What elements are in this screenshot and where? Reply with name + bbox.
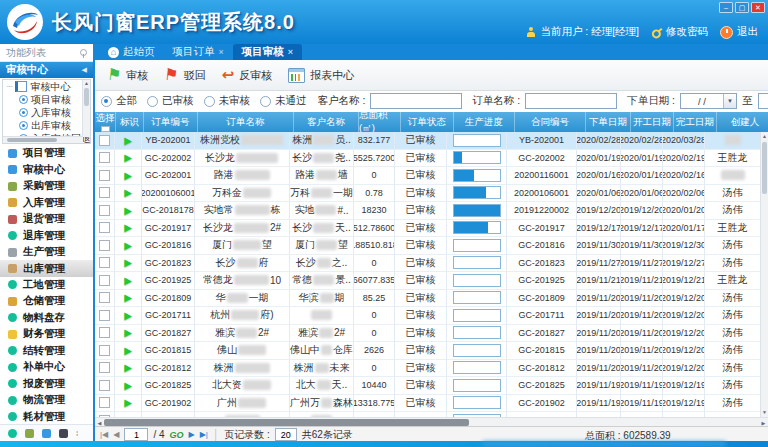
radio-未审核[interactable] (204, 96, 215, 107)
tree-item-项目审核[interactable]: 项目审核 (3, 93, 90, 106)
sidebar-item-物流管理[interactable]: 物流管理 (0, 392, 93, 408)
column-header-开工日期[interactable]: 开工日期 (631, 112, 674, 132)
sidebar-item-结转管理[interactable]: 结转管理 (0, 343, 93, 359)
minimize-button[interactable]: ‒ (719, 2, 733, 13)
scroll-thumb[interactable] (762, 142, 767, 194)
column-header-合同编号[interactable]: 合同编号 (515, 112, 586, 132)
next-page-button[interactable]: ▶ (189, 430, 195, 439)
table-row[interactable]: ▶GC-201816厦门望厦门望188510.818已审核GC-20181620… (95, 237, 768, 255)
tree-expander-icon[interactable]: ┄ (7, 82, 12, 92)
table-row[interactable]: ▶GC-201825北大资北大天..10440已审核GC-2018252019/… (95, 377, 768, 395)
order-date-from-picker[interactable]: / / ▼ (680, 93, 737, 109)
scroll-left-icon[interactable]: ◀ (95, 420, 104, 426)
column-header-完工日期[interactable]: 完工日期 (674, 112, 717, 132)
sidebar-item-采购管理[interactable]: 采购管理 (0, 178, 93, 194)
table-row[interactable]: ▶GC-202001路港路港墙0已审核202001160012020/01/16… (95, 167, 768, 185)
column-header-创建人[interactable]: 创建人 (717, 112, 768, 132)
logout-button[interactable]: 退出 (720, 25, 758, 39)
row-checkbox[interactable] (99, 397, 110, 408)
row-checkbox[interactable] (99, 380, 110, 391)
table-row[interactable]: ▶YB-202001株洲党校株洲员..832.177已审核YB-20200120… (95, 132, 768, 150)
page-size-input[interactable] (275, 428, 297, 441)
row-checkbox[interactable] (99, 310, 110, 321)
order-name-input[interactable] (525, 93, 617, 109)
sidebar-item-耗材管理[interactable]: 耗材管理 (0, 409, 93, 425)
change-password-button[interactable]: 修改密码 (651, 25, 708, 39)
row-checkbox[interactable] (99, 135, 110, 146)
collapse-icon[interactable]: ◀ (82, 66, 87, 74)
tree-root[interactable]: ┄ 审核中心 (3, 80, 90, 93)
row-checkbox[interactable] (99, 205, 110, 216)
prev-page-button[interactable]: ◀ (113, 430, 119, 439)
radio-未通过[interactable] (260, 96, 271, 107)
row-checkbox[interactable] (99, 222, 110, 233)
table-row[interactable]: ▶GC-201823长沙府长沙之..0已审核GC-2018232019/11/2… (95, 255, 768, 273)
column-header-订单状态[interactable]: 订单状态 (401, 112, 454, 132)
row-checkbox[interactable] (99, 257, 110, 268)
sidebar-item-退库管理[interactable]: 退库管理 (0, 227, 93, 243)
row-checkbox[interactable] (99, 170, 110, 181)
row-checkbox[interactable] (99, 327, 110, 338)
column-header-下单日期[interactable]: 下单日期 (586, 112, 631, 132)
close-tab-icon[interactable]: × (219, 47, 224, 57)
pin-icon[interactable] (79, 49, 87, 57)
sidebar-item-工地管理[interactable]: 工地管理 (0, 277, 93, 293)
column-header-客户名称[interactable]: 客户名称 (294, 112, 359, 132)
chevron-down-icon[interactable]: ▼ (723, 94, 736, 108)
close-button[interactable]: ✕ (751, 2, 765, 13)
radio-已审核[interactable] (147, 96, 158, 107)
scroll-thumb[interactable] (84, 88, 89, 106)
row-checkbox[interactable] (99, 345, 110, 356)
tree-item-入库审核[interactable]: 入库审核 (3, 106, 90, 119)
table-row[interactable]: ▶GC-201827雅滨2#雅滨2#0已审核GC-2018272019/11/2… (95, 325, 768, 343)
驳回-button[interactable]: ⚑驳回 (164, 67, 205, 83)
sidebar-item-物料盘存[interactable]: 物料盘存 (0, 310, 93, 326)
scroll-up-icon[interactable]: ▲ (761, 132, 768, 141)
table-row[interactable]: ▶20200106001万科金万科一期0.78已审核20200106001202… (95, 185, 768, 203)
select-all-checkbox[interactable] (101, 126, 110, 132)
sidebar-item-入库管理[interactable]: 入库管理 (0, 194, 93, 210)
column-header-订单名称[interactable]: 订单名称 (198, 112, 294, 132)
sidebar-item-出库管理[interactable]: 出库管理 (0, 260, 93, 276)
sidebar-item-补单中心[interactable]: 补单中心 (0, 359, 93, 375)
book-dark-icon[interactable] (59, 429, 68, 438)
sidebar-item-项目管理[interactable]: 项目管理 (0, 145, 93, 161)
column-header-生产进度[interactable]: 生产进度 (454, 112, 515, 132)
sidebar-item-退货管理[interactable]: 退货管理 (0, 211, 93, 227)
table-row[interactable]: ▶GC-201925常德龙10常德景..266077.835..已审核GC-20… (95, 272, 768, 290)
table-vertical-scrollbar[interactable]: ▲ ▼ (760, 132, 768, 417)
row-checkbox[interactable] (99, 275, 110, 286)
table-row[interactable]: ▶GC-202002长沙龙长沙尧..65525.7200..已审核GC-2020… (95, 150, 768, 168)
scroll-thumb[interactable] (7, 138, 57, 142)
table-row[interactable]: ▶GC-201812株洲株洲未来0已审核GC-2018122019/11/202… (95, 360, 768, 378)
last-page-button[interactable]: ▶| (200, 430, 208, 439)
maximize-button[interactable]: ▢ (735, 2, 749, 13)
scroll-down-icon[interactable]: ▼ (761, 408, 768, 417)
sidebar-item-财务管理[interactable]: 财务管理 (0, 326, 93, 342)
row-checkbox[interactable] (99, 362, 110, 373)
tree-horizontal-scrollbar[interactable] (3, 136, 83, 143)
column-header-选择[interactable]: 选择 (95, 112, 116, 132)
tree-vertical-scrollbar[interactable]: ▲ (82, 80, 90, 137)
tab-项目审核[interactable]: 项目审核× (233, 44, 302, 60)
row-checkbox[interactable] (99, 187, 110, 198)
scroll-up-icon[interactable]: ▲ (83, 80, 90, 87)
scroll-thumb[interactable] (104, 419, 469, 426)
column-header-订单编号[interactable]: 订单编号 (144, 112, 198, 132)
column-header-标识[interactable]: 标识 (116, 112, 144, 132)
radio-全部[interactable] (101, 96, 112, 107)
customer-name-input[interactable] (370, 93, 462, 109)
dot-green-icon[interactable] (8, 429, 17, 438)
tree-item-出库审核[interactable]: 出库审核 (3, 119, 90, 132)
column-header-总面积(㎡)[interactable]: 总面积(㎡) (359, 112, 401, 132)
order-date-to-picker[interactable]: / / ▼ (758, 93, 768, 109)
table-row[interactable]: ▶GC-201815佛山佛山中仓库2626已审核GC-2018152019/11… (95, 342, 768, 360)
报表中心-button[interactable]: 报表中心 (288, 68, 354, 83)
row-checkbox[interactable] (99, 240, 110, 251)
反审核-button[interactable]: ↩反审核 (222, 67, 273, 83)
sidebar-item-审核中心[interactable]: 审核中心 (0, 161, 93, 177)
cart-icon[interactable] (25, 429, 34, 438)
doc-blue-icon[interactable] (42, 429, 51, 438)
table-row[interactable]: ▶GC-201902广州广州万森林13318.775已审核GC-20190220… (95, 395, 768, 413)
sidebar-item-报废管理[interactable]: 报废管理 (0, 376, 93, 392)
